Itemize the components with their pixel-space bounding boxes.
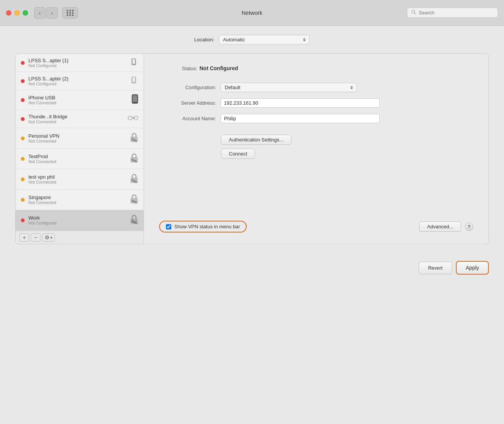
- bottom-row: Show VPN status in menu bar Advanced... …: [159, 221, 473, 232]
- sidebar-item-lpss2[interactable]: LPSS S...apter (2) Not Configured: [16, 72, 144, 90]
- network-info: iPhone USB Not Connected: [28, 95, 128, 105]
- phone-icon: [130, 58, 138, 68]
- account-name-label: Account Name:: [159, 116, 216, 121]
- apply-button[interactable]: Apply: [456, 261, 489, 275]
- network-info: Work Not Configured: [28, 215, 127, 225]
- search-icon: [411, 9, 416, 16]
- network-status: Not Configured: [28, 82, 127, 86]
- status-dot-yellow: [21, 137, 25, 140]
- network-info: LPSS S...apter (1) Not Configured: [28, 58, 127, 68]
- sidebar-item-iphone[interactable]: iPhone USB Not Connected: [16, 90, 144, 110]
- status-row: Status: Not Configured: [182, 65, 473, 71]
- sidebar-item-testprod[interactable]: TestProd Not Connected: [16, 149, 144, 169]
- minimize-button[interactable]: [14, 10, 20, 16]
- phone-icon: [130, 76, 138, 86]
- svg-rect-5: [134, 95, 136, 95]
- show-vpn-label[interactable]: Show VPN status in menu bar: [174, 224, 240, 229]
- network-name: TestProd: [28, 154, 127, 159]
- add-network-button[interactable]: +: [19, 233, 29, 242]
- svg-point-6: [128, 116, 132, 120]
- connect-button[interactable]: Connect: [221, 149, 255, 159]
- gear-menu-button[interactable]: ⚙ ▾: [42, 233, 55, 242]
- sidebar-item-singapore[interactable]: Singapore Not Connected: [16, 190, 144, 210]
- location-label: Location:: [194, 37, 214, 42]
- iphone-icon: [131, 94, 138, 106]
- sidebar-item-thunderbolt[interactable]: Thunde...lt Bridge Not Connected: [16, 110, 144, 128]
- network-name: Thunde...lt Bridge: [28, 114, 125, 119]
- form-section: Configuration: Default Custom Server Add…: [159, 83, 473, 123]
- network-name: LPSS S...apter (2): [28, 76, 127, 82]
- network-info: Personal VPN Not Connected: [28, 133, 127, 143]
- network-sidebar: LPSS S...apter (1) Not Configured LPSS S…: [15, 53, 144, 244]
- status-dot-red: [21, 218, 25, 222]
- configuration-select[interactable]: Default Custom: [221, 83, 357, 92]
- maximize-button[interactable]: [23, 10, 28, 16]
- account-name-row: Account Name:: [159, 114, 473, 123]
- location-bar: Location: Automatic Home Work Edit Locat…: [15, 35, 489, 44]
- thunderbolt-icon: [128, 114, 138, 124]
- vpn-lock-icon: [130, 132, 138, 144]
- show-vpn-checkbox[interactable]: [166, 224, 171, 229]
- nav-buttons: ‹ ›: [34, 7, 58, 19]
- network-status: Not Connected: [28, 180, 127, 184]
- sidebar-toolbar: + − ⚙ ▾: [16, 231, 144, 244]
- status-dot-red: [21, 117, 25, 121]
- back-button[interactable]: ‹: [34, 7, 45, 19]
- network-status: Not Configured: [28, 63, 127, 68]
- sidebar-item-lpss1[interactable]: LPSS S...apter (1) Not Configured: [16, 54, 144, 72]
- server-address-label: Server Address:: [159, 100, 216, 106]
- sidebar-item-work[interactable]: Work Not Configured: [16, 210, 144, 231]
- apply-row: Revert Apply: [0, 253, 504, 282]
- forward-button[interactable]: ›: [46, 7, 58, 19]
- network-status: Not Connected: [28, 119, 125, 124]
- window-title: Network: [241, 9, 262, 16]
- network-status: Not Connected: [28, 101, 128, 105]
- revert-button[interactable]: Revert: [419, 262, 452, 274]
- svg-point-4: [135, 102, 135, 103]
- network-name: iPhone USB: [28, 95, 128, 101]
- network-info: Singapore Not Connected: [28, 195, 127, 205]
- server-address-input[interactable]: [221, 98, 380, 108]
- configuration-label: Configuration:: [159, 85, 216, 90]
- vpn-lock-icon: [130, 173, 138, 185]
- sidebar-item-testvpn[interactable]: test vpn phil Not Connected: [16, 169, 144, 190]
- gear-icon: ⚙: [45, 234, 50, 240]
- two-column-layout: LPSS S...apter (1) Not Configured LPSS S…: [15, 53, 489, 244]
- search-input[interactable]: [419, 10, 494, 16]
- network-list: LPSS S...apter (1) Not Configured LPSS S…: [16, 54, 144, 231]
- close-button[interactable]: [6, 10, 11, 16]
- network-status: Not Connected: [28, 200, 127, 205]
- network-status: Not Connected: [28, 159, 127, 164]
- right-bottom-actions: Advanced... ?: [419, 221, 473, 232]
- server-address-row: Server Address:: [159, 98, 473, 108]
- search-box[interactable]: [407, 8, 498, 18]
- sidebar-item-personalvpn[interactable]: Personal VPN Not Connected: [16, 128, 144, 149]
- network-info: LPSS S...apter (2) Not Configured: [28, 76, 127, 86]
- location-select[interactable]: Automatic Home Work Edit Locations...: [219, 35, 310, 44]
- titlebar: ‹ › Network: [0, 0, 504, 26]
- status-dot-yellow: [21, 157, 25, 161]
- account-name-input[interactable]: [221, 114, 380, 123]
- status-dot-red: [21, 61, 25, 65]
- network-name: LPSS S...apter (1): [28, 58, 127, 63]
- auth-settings-button[interactable]: Authentication Settings...: [221, 135, 291, 145]
- svg-rect-3: [133, 95, 137, 102]
- network-status: Not Connected: [28, 139, 127, 143]
- remove-network-button[interactable]: −: [31, 233, 41, 242]
- vpn-lock-icon: [130, 193, 138, 206]
- advanced-button[interactable]: Advanced...: [419, 221, 461, 232]
- status-dot-red: [21, 79, 25, 83]
- status-dot-yellow: [21, 198, 25, 202]
- vpn-lock-icon: [130, 152, 138, 165]
- configuration-row: Configuration: Default Custom: [159, 83, 473, 92]
- network-status: Not Configured: [28, 221, 127, 225]
- help-button[interactable]: ?: [465, 223, 473, 231]
- network-info: TestProd Not Connected: [28, 154, 127, 164]
- chevron-down-icon: ▾: [50, 236, 52, 240]
- grid-view-button[interactable]: [62, 7, 78, 19]
- network-name: Personal VPN: [28, 133, 127, 139]
- network-name: test vpn phil: [28, 174, 127, 180]
- network-info: test vpn phil Not Connected: [28, 174, 127, 184]
- status-label: Status:: [182, 66, 197, 71]
- right-panel: Status: Not Configured Configuration: De…: [144, 53, 489, 244]
